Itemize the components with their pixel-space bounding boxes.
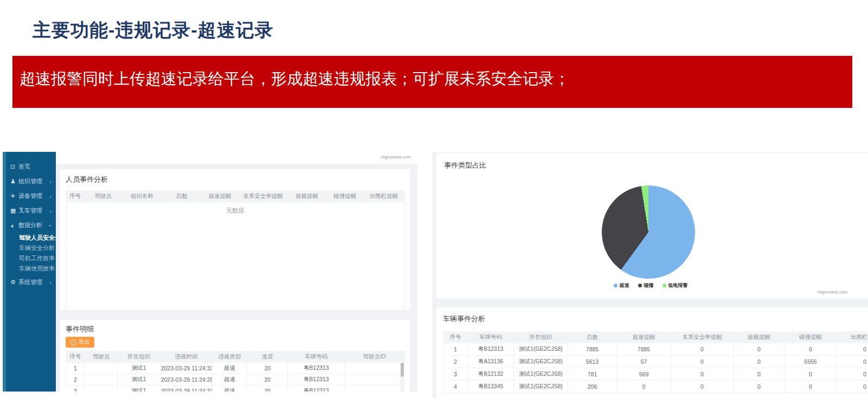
people-icon: ♟ bbox=[10, 178, 18, 185]
table-cell: 粤A13136 bbox=[468, 356, 514, 368]
table-row: 2测试12023-03-29 11:24:28超速20粤B12313 bbox=[66, 374, 404, 386]
monitor-icon: ⊡ bbox=[10, 163, 18, 170]
table-cell: 2023-03-29 11:24:28 bbox=[160, 374, 212, 386]
table-cell: 0 bbox=[785, 381, 837, 393]
vehicle-analysis-table: 序号车牌号码所在组织总数超速提醒未系安全带提醒超载提醒碰撞提醒出围栏提醒 1粤B… bbox=[443, 331, 868, 393]
table-cell: 2 bbox=[66, 374, 85, 386]
vertical-scrollbar[interactable] bbox=[400, 362, 404, 392]
sidebar-item-label: 首页 bbox=[18, 163, 52, 171]
table-cell: 0 bbox=[837, 368, 868, 381]
table-cell: 测试1 bbox=[117, 374, 160, 386]
table-cell bbox=[345, 363, 404, 374]
page-title: 主要功能-违规记录-超速记录 bbox=[33, 18, 274, 43]
column-header: 速度 bbox=[247, 351, 288, 363]
table-cell: 0 bbox=[734, 356, 785, 368]
legend-label: 低电报警 bbox=[668, 282, 688, 289]
column-header: 超载提醒 bbox=[287, 191, 326, 202]
table-cell: 粤B12313 bbox=[288, 386, 345, 392]
pie-legend: 超速碰撞低电报警 bbox=[572, 282, 729, 289]
table-cell: 0 bbox=[734, 381, 785, 393]
table-header-row: 序号车牌号码所在组织总数超速提醒未系安全带提醒超载提醒碰撞提醒出围栏提醒 bbox=[443, 332, 868, 343]
table-cell: 0 bbox=[837, 356, 868, 368]
table-cell: 0 bbox=[617, 381, 671, 393]
table-cell: 粤B12132 bbox=[468, 368, 514, 381]
legend-label: 超速 bbox=[620, 282, 629, 289]
chevron-right-icon: › bbox=[49, 208, 52, 214]
table-cell: 0 bbox=[734, 368, 785, 381]
sidebar-subitem-vehicle-usage[interactable]: 车辆使用效率 bbox=[6, 264, 56, 274]
column-header: 超速提醒 bbox=[201, 191, 239, 202]
table-cell: 781 bbox=[568, 368, 617, 381]
card-title: 车辆事件分析 bbox=[443, 314, 864, 324]
table-cell: 3 bbox=[443, 368, 468, 381]
event-type-pie-card: 事件类型占比 超速碰撞低电报警 Highcharts.com bbox=[436, 153, 868, 298]
table-cell: 20 bbox=[247, 374, 288, 386]
sidebar-item-forklift[interactable]: ▦ 叉车管理 › bbox=[6, 203, 56, 218]
table-cell bbox=[85, 374, 117, 386]
table-cell: 2 bbox=[443, 356, 468, 368]
card-title: 事件类型占比 bbox=[444, 161, 863, 170]
table-cell: 0 bbox=[671, 381, 734, 393]
sidebar-item-organization[interactable]: ♟ 组织管理 › bbox=[6, 174, 56, 189]
person-analysis-card: 人员事件分析 序号驾驶员组织名称总数超速提醒未系安全带提醒超载提醒碰撞提醒出围栏… bbox=[60, 169, 410, 310]
column-header: 所在组织 bbox=[117, 351, 160, 363]
table-cell: 粤B13345 bbox=[468, 381, 514, 393]
sidebar-item-label: 组织管理 bbox=[18, 177, 49, 185]
sidebar-item-system[interactable]: ⚙ 系统管理 › bbox=[6, 275, 56, 290]
chevron-right-icon: › bbox=[49, 178, 52, 185]
table-cell: 0 bbox=[785, 368, 837, 381]
chevron-right-icon: › bbox=[49, 279, 52, 286]
column-header: 总数 bbox=[568, 332, 617, 343]
table-cell: 0 bbox=[837, 381, 868, 393]
table-cell: 57 bbox=[617, 356, 671, 368]
table-cell: 0 bbox=[671, 368, 734, 381]
table-cell: 0 bbox=[785, 343, 837, 356]
pie-chart[interactable] bbox=[602, 185, 695, 279]
sidebar-item-home[interactable]: ⊡ 首页 bbox=[6, 159, 56, 174]
table-cell: 1 bbox=[66, 363, 85, 374]
banner: 超速报警同时上传超速记录给平台，形成超速违规报表；可扩展未系安全记录； bbox=[12, 56, 852, 108]
sidebar-item-data-analysis[interactable]: ◕ 数据分析 › bbox=[6, 218, 56, 233]
column-header: 驾驶员 bbox=[85, 351, 117, 363]
legend-item[interactable]: 超速 bbox=[614, 282, 629, 289]
table-cell: 粤B12313 bbox=[288, 374, 345, 386]
table-row: 3粤B12132测试1(GE2CJS8)7815690000 bbox=[443, 368, 868, 381]
table-cell: 超速 bbox=[212, 386, 247, 392]
column-header: 碰撞提醒 bbox=[326, 191, 364, 202]
highcharts-credit-link[interactable]: Highcharts.com bbox=[817, 290, 847, 294]
table-cell: 粤B12313 bbox=[468, 343, 514, 356]
sidebar-subitem-driver-efficiency[interactable]: 司机工作效率 bbox=[6, 253, 56, 264]
sidebar-subitem-driver-safety[interactable]: 驾驶人员安全分析 bbox=[6, 233, 56, 243]
table-cell: 0 bbox=[671, 356, 734, 368]
table-row: 1测试12023-03-29 11:24:33超速20粤B12313 bbox=[66, 363, 404, 374]
slide-canvas: 主要功能-违规记录-超速记录 超速报警同时上传超速记录给平台，形成超速违规报表；… bbox=[0, 0, 868, 404]
table-cell: 2023-03-29 11:24:33 bbox=[160, 363, 212, 374]
vehicle-analysis-card: 车辆事件分析 序号车牌号码所在组织总数超速提醒未系安全带提醒超载提醒碰撞提醒出围… bbox=[436, 307, 868, 397]
sidebar-item-label: 叉车管理 bbox=[18, 207, 49, 215]
table-cell: 569 bbox=[617, 368, 671, 381]
scrollbar-thumb[interactable] bbox=[401, 363, 404, 377]
export-button[interactable]: ↓ 导出 bbox=[66, 337, 94, 348]
sidebar-subitem-vehicle-safety[interactable]: 车辆安全分析 bbox=[6, 243, 56, 253]
table-cell: 测试1 bbox=[117, 363, 160, 374]
column-header: 总数 bbox=[162, 191, 201, 202]
table-cell: 测试1(GE2CJS8) bbox=[514, 368, 568, 381]
sidebar-item-devices[interactable]: ✈ 设备管理 › bbox=[6, 189, 56, 203]
column-header: 超载提醒 bbox=[734, 332, 785, 343]
table-cell: 7885 bbox=[617, 343, 671, 356]
legend-item[interactable]: 低电报警 bbox=[663, 282, 688, 289]
table-cell: 0 bbox=[837, 343, 868, 356]
no-data-text: 无数据 bbox=[66, 207, 404, 215]
table-row: 2粤A13136测试1(GE2CJS8)5613570055560 bbox=[443, 356, 868, 368]
right-screenshot: 事件类型占比 超速碰撞低电报警 Highcharts.com 车辆事件分析 序号… bbox=[432, 152, 868, 397]
column-header: 序号 bbox=[66, 351, 85, 363]
highcharts-credit-link[interactable]: Highcharts.com bbox=[381, 155, 411, 159]
table-cell: 1 bbox=[443, 343, 468, 356]
legend-item[interactable]: 碰撞 bbox=[638, 282, 654, 289]
table-cell: 4 bbox=[443, 381, 468, 393]
column-header: 所在组织 bbox=[514, 332, 568, 343]
banner-text: 超速报警同时上传超速记录给平台，形成超速违规报表；可扩展未系安全记录； bbox=[20, 70, 570, 87]
empty-table-body: 无数据 bbox=[66, 202, 404, 311]
table-cell: 超速 bbox=[212, 374, 247, 386]
column-header: 驾驶员 bbox=[85, 191, 122, 202]
